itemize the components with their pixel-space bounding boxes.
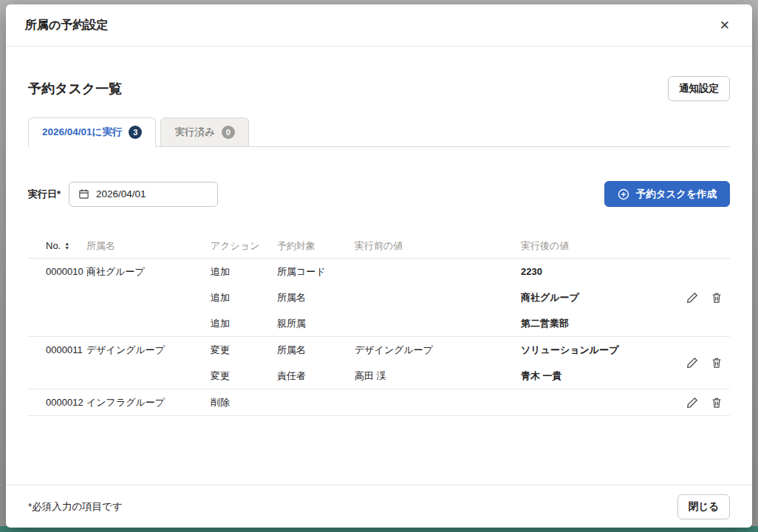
task-row: 追加 所属コード 2230 <box>211 259 672 284</box>
close-icon[interactable]: ✕ <box>717 16 733 35</box>
task-table: No. ▲▼ 所属名 アクション 予約対象 実行前の値 実行後の値 000001… <box>28 233 730 416</box>
task-group: 0000011 デザイングループ 変更 所属名 デザイングループ ソリューション… <box>28 337 730 389</box>
task-row-actions <box>672 389 730 415</box>
cell-before-value: デザイングループ <box>355 344 521 357</box>
task-row-actions <box>672 337 730 389</box>
task-row: 追加 所属名 商社グループ <box>211 284 672 310</box>
task-rows: 追加 所属コード 2230 追加 所属名 商社グループ 追加 親所属 <box>211 259 672 336</box>
calendar-icon <box>78 188 89 200</box>
column-header-after-value: 実行後の値 <box>521 239 672 253</box>
task-row: 削除 <box>211 389 672 415</box>
modal-title: 所属の予約設定 <box>25 18 108 33</box>
edit-task-button[interactable] <box>686 292 698 304</box>
tab-bar: 2026/04/01に実行 3 実行済み 0 <box>28 117 730 147</box>
tab-executed-count-badge: 0 <box>222 126 235 139</box>
cell-action: 変更 <box>211 369 277 383</box>
cell-after-value: 青木 一貴 <box>521 369 672 383</box>
task-department: デザイングループ <box>86 337 211 363</box>
task-group: 0000010 商社グループ 追加 所属コード 2230 追加 所属名 商社グル… <box>28 259 730 337</box>
column-header-target: 予約対象 <box>277 239 355 253</box>
modal-body: 予約タスク一覧 通知設定 2026/04/01に実行 3 実行済み 0 実行日* <box>6 47 752 485</box>
task-no: 0000010 <box>28 259 86 284</box>
tab-executed[interactable]: 実行済み 0 <box>160 117 248 147</box>
cell-target: 所属コード <box>277 265 355 279</box>
cell-action: 追加 <box>211 317 277 330</box>
required-mark: * <box>57 188 61 200</box>
cell-after-value: 第二営業部 <box>521 317 672 330</box>
column-header-department: 所属名 <box>86 239 211 253</box>
cell-after-value: 2230 <box>521 266 672 277</box>
cell-after-value: 商社グループ <box>521 291 672 304</box>
task-row: 追加 親所属 第二営業部 <box>211 310 672 336</box>
modal-footer: *必須入力の項目です 閉じる <box>6 485 752 528</box>
task-row-actions <box>672 259 730 336</box>
cell-target: 親所属 <box>277 317 355 330</box>
tab-executed-label: 実行済み <box>174 126 214 139</box>
task-no: 0000011 <box>28 337 86 363</box>
cell-action: 追加 <box>211 291 277 304</box>
create-task-button[interactable]: 予約タスクを作成 <box>604 181 730 207</box>
cell-target: 所属名 <box>277 344 355 357</box>
cell-action: 変更 <box>211 344 277 357</box>
task-row: 変更 所属名 デザイングループ ソリューションループ <box>211 337 672 363</box>
column-header-action: アクション <box>211 239 277 253</box>
exec-date-label: 実行日* <box>28 188 61 201</box>
create-task-label: 予約タスクを作成 <box>636 188 717 201</box>
cell-action: 削除 <box>211 396 277 409</box>
cell-before-value: 高田 渓 <box>355 369 521 383</box>
task-department: 商社グループ <box>86 259 211 284</box>
trash-icon <box>711 397 723 409</box>
execution-date-field: 実行日* 2026/04/01 <box>28 182 218 207</box>
delete-task-button[interactable] <box>711 292 723 304</box>
exec-date-input[interactable]: 2026/04/01 <box>69 182 218 207</box>
exec-date-label-text: 実行日 <box>28 188 57 200</box>
tab-scheduled-count-badge: 3 <box>129 126 142 139</box>
section-heading: 予約タスク一覧 <box>28 80 122 98</box>
column-header-no[interactable]: No. ▲▼ <box>28 240 86 251</box>
plus-circle-icon <box>618 188 629 200</box>
cell-after-value: ソリューションループ <box>521 344 672 357</box>
section-header: 予約タスク一覧 通知設定 <box>28 76 730 101</box>
task-no: 0000012 <box>28 389 86 415</box>
column-header-no-label: No. <box>46 240 61 251</box>
exec-date-value: 2026/04/01 <box>96 188 146 200</box>
task-row: 変更 責任者 高田 渓 青木 一貴 <box>211 363 672 389</box>
close-button[interactable]: 閉じる <box>677 494 730 519</box>
pencil-icon <box>686 357 698 369</box>
notification-settings-button[interactable]: 通知設定 <box>668 76 730 101</box>
task-rows: 変更 所属名 デザイングループ ソリューションループ 変更 責任者 高田 渓 青… <box>211 337 672 389</box>
edit-task-button[interactable] <box>686 397 698 409</box>
reservation-settings-modal: 所属の予約設定 ✕ 予約タスク一覧 通知設定 2026/04/01に実行 3 実… <box>6 4 752 528</box>
pencil-icon <box>686 397 698 409</box>
delete-task-button[interactable] <box>711 397 723 409</box>
cell-target: 責任者 <box>277 369 355 383</box>
edit-task-button[interactable] <box>686 357 698 369</box>
trash-icon <box>711 292 723 304</box>
cell-action: 追加 <box>211 265 277 279</box>
cell-target: 所属名 <box>277 291 355 304</box>
table-header-row: No. ▲▼ 所属名 アクション 予約対象 実行前の値 実行後の値 <box>28 233 730 259</box>
task-department: インフラグループ <box>86 389 211 415</box>
required-note: *必須入力の項目です <box>28 500 123 514</box>
tab-scheduled-label: 2026/04/01に実行 <box>42 126 122 139</box>
sort-icon: ▲▼ <box>64 242 69 250</box>
pencil-icon <box>686 292 698 304</box>
task-group: 0000012 インフラグループ 削除 <box>28 389 730 416</box>
tab-scheduled[interactable]: 2026/04/01に実行 3 <box>28 117 156 147</box>
trash-icon <box>711 357 723 369</box>
delete-task-button[interactable] <box>711 357 723 369</box>
required-note-text: 必須入力の項目です <box>32 501 122 512</box>
column-header-before-value: 実行前の値 <box>355 239 521 253</box>
task-rows: 削除 <box>211 389 672 415</box>
modal-header: 所属の予約設定 ✕ <box>6 4 752 47</box>
execution-date-row: 実行日* 2026/04/01 予約タスクを作成 <box>28 181 730 207</box>
